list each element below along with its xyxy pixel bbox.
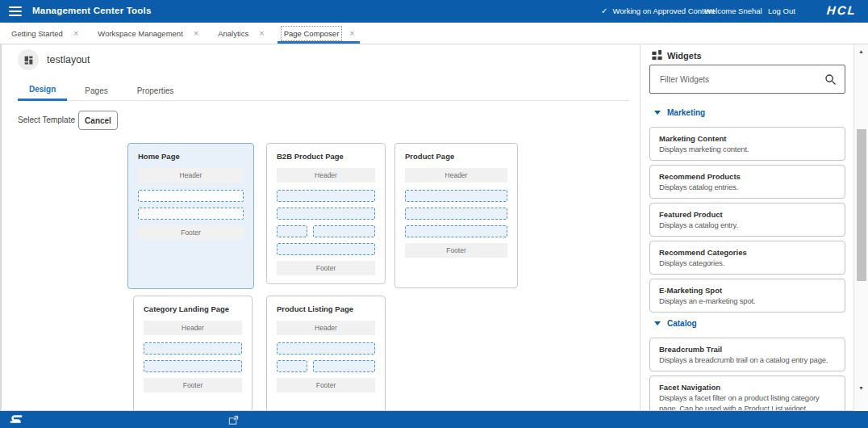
widget-item-marketing-content[interactable]: Marketing Content Displays marketing con… — [649, 127, 845, 161]
workspace-status-label: Working on Approved Content — [612, 6, 715, 15]
widget-item-facet-navigation[interactable]: Facet Navigation Displays a facet filter… — [649, 376, 845, 411]
left-edge-divider — [0, 44, 2, 410]
template-card-product-page[interactable]: Product Page Header Footer — [394, 143, 518, 288]
hamburger-menu-icon[interactable] — [9, 6, 22, 16]
page-title: testlayout — [47, 54, 90, 65]
template-name: Category Landing Page — [144, 304, 242, 313]
template-header-bar: Header — [277, 168, 375, 183]
layout-slot[interactable] — [313, 360, 375, 372]
layout-slot[interactable] — [277, 190, 375, 202]
close-icon[interactable]: × — [259, 29, 264, 38]
layout-split-row — [277, 225, 375, 237]
workspace-status[interactable]: ✓Working on Approved Content — [601, 6, 715, 15]
check-icon: ✓ — [601, 6, 607, 15]
template-name: Product Listing Page — [277, 304, 375, 313]
layout-slot[interactable] — [138, 190, 244, 202]
app-title: Management Center Tools — [32, 6, 152, 15]
welcome-user-label: Welcome Snehal — [704, 6, 762, 15]
widget-item-recommend-categories[interactable]: Recommend Categories Displays categories… — [649, 241, 845, 275]
top-bar: Management Center Tools ✓Working on Appr… — [0, 0, 868, 23]
cancel-button[interactable]: Cancel — [78, 111, 118, 130]
layout-slot[interactable] — [277, 225, 307, 237]
template-name: B2B Product Page — [277, 152, 375, 161]
bottom-bar — [0, 411, 868, 428]
scroll-up-icon[interactable]: ▲ — [854, 48, 868, 54]
content-area: testlayout Design Pages Properties Selec… — [0, 44, 868, 411]
scrollbar-thumb[interactable] — [857, 129, 866, 281]
layout-split-row — [277, 360, 375, 372]
filter-widgets-box — [649, 65, 845, 94]
template-name: Product Page — [405, 152, 507, 161]
layout-slot[interactable] — [277, 342, 375, 355]
open-new-window-icon[interactable] — [228, 414, 239, 428]
close-icon[interactable]: × — [73, 29, 78, 38]
hcl-logo: HCL — [827, 3, 858, 17]
tab-analytics[interactable]: Analytics × — [218, 23, 264, 44]
tab-properties[interactable]: Properties — [126, 80, 186, 101]
widget-item-breadcrumb-trail[interactable]: Breadcrumb Trail Displays a breadcrumb t… — [649, 338, 845, 371]
layout-slot[interactable] — [138, 208, 244, 220]
template-footer-bar: Footer — [277, 261, 375, 275]
template-card-b2b-product-page[interactable]: B2B Product Page Header Footer — [266, 143, 386, 284]
vertical-scrollbar[interactable]: ▲ ▼ — [853, 44, 868, 411]
main-tab-bar: Getting Started × Workspace Management ×… — [0, 23, 868, 44]
layout-slot[interactable] — [313, 225, 375, 237]
widgets-icon — [651, 49, 663, 65]
close-icon[interactable]: × — [194, 29, 198, 38]
layout-slot[interactable] — [405, 208, 507, 220]
widget-item-recommend-products[interactable]: Recommend Products Displays catalog entr… — [649, 165, 845, 199]
layout-icon — [18, 49, 39, 70]
template-footer-bar: Footer — [405, 243, 507, 258]
caret-down-icon — [654, 321, 661, 325]
layout-slot[interactable] — [405, 190, 507, 202]
search-icon[interactable] — [824, 73, 837, 89]
logout-link[interactable]: Log Out — [768, 6, 795, 15]
template-header-bar: Header — [138, 168, 244, 183]
template-header-bar: Header — [144, 321, 242, 335]
template-header-bar: Header — [277, 321, 375, 335]
template-header-bar: Header — [405, 168, 507, 183]
section-header-marketing[interactable]: Marketing — [654, 108, 705, 117]
template-name: Home Page — [138, 152, 244, 161]
layout-slot[interactable] — [405, 225, 507, 237]
layout-slot[interactable] — [277, 243, 375, 255]
widget-item-e-marketing-spot[interactable]: E-Marketing Spot Displays an e-marketing… — [649, 279, 845, 313]
composer-tabs: Design Pages Properties — [18, 80, 629, 101]
dashboard-icon — [23, 55, 34, 65]
layout-slot[interactable] — [144, 360, 242, 372]
app-window: Management Center Tools ✓Working on Appr… — [0, 0, 868, 428]
tab-workspace-management[interactable]: Workspace Management × — [98, 23, 198, 44]
caret-down-icon — [654, 111, 661, 115]
widget-item-featured-product[interactable]: Featured Product Displays a catalog entr… — [649, 203, 845, 237]
commerce-logo-icon — [8, 413, 24, 428]
tab-design[interactable]: Design — [18, 80, 67, 101]
layout-slot[interactable] — [277, 208, 375, 220]
widgets-panel-title: Widgets — [667, 51, 702, 61]
layout-slot[interactable] — [277, 360, 307, 372]
scroll-down-icon[interactable]: ▼ — [854, 385, 868, 391]
select-template-label: Select Template — [18, 115, 75, 124]
filter-widgets-input[interactable] — [660, 65, 817, 93]
tab-page-composer[interactable]: Page Composer × — [284, 23, 355, 44]
tab-pages[interactable]: Pages — [73, 80, 119, 101]
section-header-catalog[interactable]: Catalog — [654, 319, 697, 328]
template-footer-bar: Footer — [277, 378, 375, 392]
template-card-product-listing-page[interactable]: Product Listing Page Header Footer — [266, 296, 386, 411]
layout-slot[interactable] — [144, 342, 242, 355]
widgets-panel: Widgets Marketing Marketing Content Disp… — [640, 44, 853, 410]
template-card-home-page[interactable]: Home Page Header Footer — [127, 143, 254, 289]
close-icon[interactable]: × — [349, 29, 354, 38]
template-footer-bar: Footer — [144, 378, 242, 392]
template-card-category-landing-page[interactable]: Category Landing Page Header Footer — [133, 296, 252, 411]
template-footer-bar: Footer — [138, 225, 244, 240]
tab-getting-started[interactable]: Getting Started × — [11, 23, 78, 44]
